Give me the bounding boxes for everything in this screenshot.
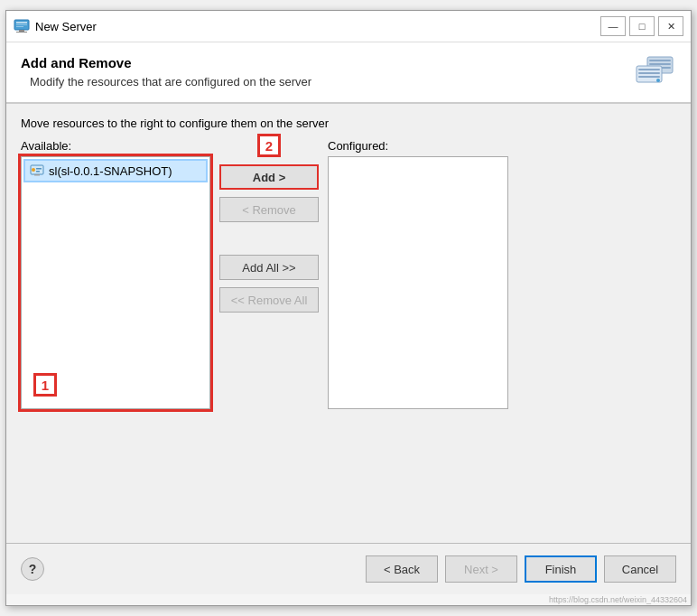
next-button[interactable]: Next > — [445, 555, 517, 583]
header-subtitle: Modify the resources that are configured… — [30, 75, 311, 89]
header-section: Add and Remove Modify the resources that… — [6, 42, 691, 104]
svg-rect-2 — [16, 24, 27, 25]
header-server-icon — [633, 55, 676, 93]
svg-rect-5 — [16, 32, 27, 33]
middle-buttons: 2 Add > < Remove Add All >> << Remove Al… — [210, 139, 328, 313]
svg-rect-7 — [649, 60, 671, 61]
close-button[interactable]: ✕ — [658, 16, 683, 36]
minimize-button[interactable]: — — [600, 16, 626, 36]
title-bar-left: New Server — [14, 18, 97, 34]
available-list-item[interactable]: sl(sl-0.0.1-SNAPSHOT) — [23, 159, 208, 182]
svg-rect-17 — [36, 168, 42, 170]
watermark: https://blog.csdn.net/weixin_44332604 — [6, 594, 691, 605]
panels-row: Available: sl(sl-0.0.1-SNAPSHOT) — [21, 139, 676, 530]
finish-button[interactable]: Finish — [525, 555, 597, 583]
header-text: Add and Remove Modify the resources that… — [21, 55, 311, 89]
svg-rect-4 — [19, 30, 24, 32]
add-all-button[interactable]: Add All >> — [219, 255, 319, 280]
configured-panel: Configured: — [328, 139, 508, 409]
title-bar: New Server — □ ✕ — [6, 11, 691, 42]
remove-button[interactable]: < Remove — [219, 197, 319, 222]
svg-rect-19 — [34, 174, 40, 176]
footer-left: ? — [21, 557, 44, 581]
svg-point-14 — [656, 79, 660, 82]
available-item-label: sl(sl-0.0.1-SNAPSHOT) — [49, 164, 172, 178]
remove-all-button[interactable]: << Remove All — [219, 287, 319, 313]
annotation-2: 2 — [257, 134, 281, 157]
svg-rect-13 — [638, 76, 660, 78]
content-area: Move resources to the right to configure… — [6, 104, 691, 543]
back-button[interactable]: < Back — [366, 555, 438, 583]
svg-rect-11 — [638, 69, 660, 70]
annotation-1: 1 — [33, 373, 57, 397]
svg-rect-12 — [638, 72, 660, 74]
available-panel: Available: sl(sl-0.0.1-SNAPSHOT) — [21, 139, 210, 409]
maximize-button[interactable]: □ — [629, 16, 655, 36]
svg-rect-1 — [16, 22, 27, 23]
svg-rect-8 — [649, 63, 671, 65]
module-icon — [30, 163, 44, 178]
svg-rect-3 — [16, 26, 23, 27]
cancel-button[interactable]: Cancel — [604, 555, 676, 583]
window-icon — [14, 18, 30, 34]
add-button[interactable]: Add > — [219, 164, 319, 190]
header-title: Add and Remove — [21, 55, 311, 70]
configured-label: Configured: — [328, 139, 508, 153]
content-description: Move resources to the right to configure… — [21, 117, 676, 130]
footer: ? < Back Next > Finish Cancel — [6, 544, 691, 594]
svg-point-16 — [32, 168, 35, 172]
footer-right: < Back Next > Finish Cancel — [366, 555, 676, 583]
available-label: Available: — [21, 139, 210, 153]
help-button[interactable]: ? — [21, 557, 44, 581]
svg-rect-18 — [36, 171, 40, 173]
main-window: New Server — □ ✕ Add and Remove Modify t… — [5, 10, 692, 606]
window-title: New Server — [35, 20, 97, 33]
window-controls: — □ ✕ — [600, 16, 683, 36]
configured-list[interactable] — [328, 156, 508, 409]
